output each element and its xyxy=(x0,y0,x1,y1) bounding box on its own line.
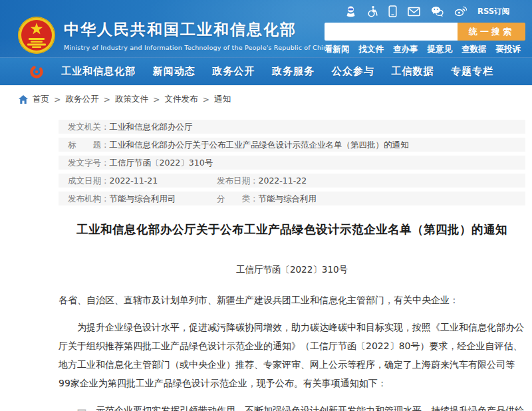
meta-value: 工业和信息化部办公厅 xyxy=(110,122,193,132)
nav-item-gov-open[interactable]: 政务公开 xyxy=(212,65,255,78)
crumb-home[interactable]: 首页 xyxy=(33,94,49,105)
nav-item-miit[interactable]: 工业和信息化部 xyxy=(61,65,136,78)
meta-value: 2022-11-21 xyxy=(110,176,158,186)
meta-row-title: 标 题： 工业和信息化部办公厅关于公布工业产品绿色设计示范企业名单（第四批）的通… xyxy=(59,138,525,152)
accessibility-icon[interactable] xyxy=(367,5,378,17)
site-header: RSS订阅 中华人民共和国工业和信息化部 Ministry of Industr… xyxy=(0,0,532,85)
weibo-icon[interactable] xyxy=(454,6,467,17)
nav-item-public[interactable]: 公众参与 xyxy=(332,65,374,78)
document-meta-table: 发文机关： 工业和信息化部办公厅 标 题： 工业和信息化部办公厅关于公布工业产品… xyxy=(59,120,525,206)
meta-value: 工业和信息化部办公厅关于公布工业产品绿色设计示范企业名单（第四批）的通知 xyxy=(110,140,409,150)
quick-link-data[interactable]: 查数据 xyxy=(462,44,487,55)
meta-row-publisher-category: 发布机构： 节能与综合利用司 分 类： 节能与综合利用 xyxy=(59,192,525,206)
crumb-current-notice: 通知 xyxy=(214,94,231,105)
national-emblem-logo xyxy=(17,16,56,55)
crumb-release[interactable]: 文件发布 xyxy=(164,94,198,105)
search-input[interactable] xyxy=(325,23,458,41)
meta-value: 2022-11-22 xyxy=(259,176,307,186)
nav-item-services[interactable]: 政务服务 xyxy=(272,65,315,78)
quick-link-news[interactable]: 看新闻 xyxy=(325,44,350,55)
meta-label: 发布机构： xyxy=(68,194,110,204)
nav-item-data[interactable]: 工信数据 xyxy=(391,65,434,78)
meta-label: 发文字号： xyxy=(68,158,110,168)
meta-label: 标 题： xyxy=(68,140,110,150)
nav-items: 工业和信息化部 新闻动态 政务公开 政务服务 公众参与 工信数据 专题专栏 xyxy=(61,65,493,78)
crumb-separator: > xyxy=(54,94,61,104)
search-button[interactable]: 统一搜索 xyxy=(458,23,525,41)
paragraph-salutation: 各省、自治区、直辖市及计划单列市、新疆生产建设兵团工业和信息化主管部门，有关中央… xyxy=(59,291,525,309)
quick-link-complaint[interactable]: 要投诉 xyxy=(496,44,521,55)
miit-c-logo-icon xyxy=(29,65,44,79)
quick-link-services[interactable]: 查办事 xyxy=(393,44,418,55)
crumb-separator: > xyxy=(103,94,110,104)
site-subtitle: Ministry of Industry and Information Tec… xyxy=(64,44,331,51)
meta-value: 节能与综合利用司 xyxy=(110,194,176,204)
quick-link-files[interactable]: 找文件 xyxy=(359,44,384,55)
paragraph-intro: 为提升企业绿色设计水平，促进减污降碳协同增效，助力碳达峰碳中和目标实现，按照《工… xyxy=(59,318,525,392)
quick-link-feedback[interactable]: 提意见 xyxy=(428,44,453,55)
document-title: 工业和信息化部办公厅关于公布工业产品绿色设计示范企业名单（第四批）的通知 xyxy=(59,221,525,237)
main-nav: 工业和信息化部 新闻动态 政务公开 政务服务 公众参与 工信数据 专题专栏 xyxy=(0,57,532,85)
document-page: 发文机关： 工业和信息化部办公厅 标 题： 工业和信息化部办公厅关于公布工业产品… xyxy=(59,120,525,411)
meta-label: 分 类： xyxy=(217,194,259,204)
meta-label: 发布日期： xyxy=(217,176,259,186)
paragraph-item-1: 一、示范企业要切实发挥引领带动作用，不断加强绿色设计创新开发能力和管理水平，持续… xyxy=(59,401,525,411)
header-utility-bar: RSS订阅 xyxy=(345,5,509,17)
meta-label: 成文日期： xyxy=(68,176,110,186)
rss-subscribe-link[interactable]: RSS订阅 xyxy=(477,7,509,17)
nav-item-topics[interactable]: 专题专栏 xyxy=(451,65,493,78)
mail-icon[interactable] xyxy=(408,7,420,17)
site-brand: 中华人民共和国工业和信息化部 Ministry of Industry and … xyxy=(17,16,331,55)
meta-value: 节能与综合利用 xyxy=(259,194,317,204)
crumb-gov-open[interactable]: 政务公开 xyxy=(65,94,98,105)
unified-search: 统一搜索 xyxy=(325,23,525,41)
crumb-separator: > xyxy=(202,94,209,104)
meta-row-doc-number: 发文字号： 工信厅节函〔2022〕310号 xyxy=(59,156,525,170)
wechat-icon[interactable] xyxy=(431,6,444,17)
document-body: 各省、自治区、直辖市及计划单列市、新疆生产建设兵团工业和信息化主管部门，有关中央… xyxy=(59,291,525,411)
breadcrumb: 首页 > 政务公开 > 政策文件 > 文件发布 > 通知 xyxy=(0,85,532,109)
crumb-separator: > xyxy=(153,94,160,104)
mobile-icon[interactable] xyxy=(388,5,397,17)
site-title: 中华人民共和国工业和信息化部 xyxy=(64,19,331,40)
quick-links: 看新闻 找文件 查办事 提意见 查数据 要投诉 xyxy=(325,44,521,55)
meta-row-issuing-agency: 发文机关： 工业和信息化部办公厅 xyxy=(59,120,525,134)
crumb-policy[interactable]: 政策文件 xyxy=(115,94,148,105)
nav-item-news[interactable]: 新闻动态 xyxy=(153,65,196,78)
meta-row-dates: 成文日期： 2022-11-21 发布日期： 2022-11-22 xyxy=(59,174,525,188)
document-number: 工信厅节函〔2022〕310号 xyxy=(59,264,525,276)
brand-text: 中华人民共和国工业和信息化部 Ministry of Industry and … xyxy=(64,19,331,51)
meta-value: 工信厅节函〔2022〕310号 xyxy=(110,158,213,168)
meta-label: 发文机关： xyxy=(68,122,110,132)
mascot-icon[interactable] xyxy=(345,5,356,17)
home-icon[interactable] xyxy=(19,95,28,104)
